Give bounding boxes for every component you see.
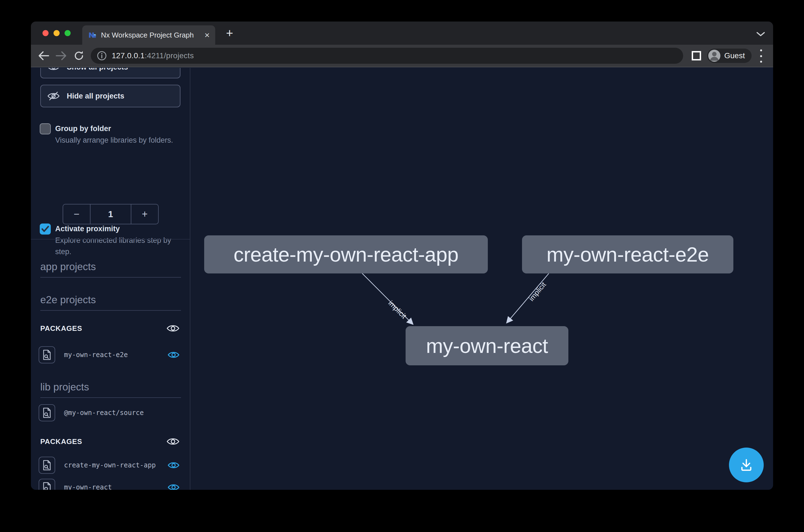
edge-my-own-react-e2e-to-my-own-react bbox=[506, 273, 549, 323]
list-item-my-own-react-source[interactable]: @my-own-react/source bbox=[39, 404, 181, 422]
project-details-button[interactable] bbox=[39, 346, 55, 363]
file-search-icon bbox=[42, 460, 51, 471]
project-details-button[interactable] bbox=[39, 457, 55, 474]
activate-proximity-label: Activate proximity bbox=[55, 223, 181, 235]
project-name: my-own-react bbox=[64, 483, 168, 490]
forward-button[interactable] bbox=[53, 45, 70, 67]
fullscreen-window-button[interactable] bbox=[64, 30, 71, 36]
e2e-projects-header: e2e projects bbox=[40, 294, 181, 311]
browser-toolbar: 127.0.0.1:4211/projects Guest bbox=[31, 45, 773, 67]
project-graph-canvas[interactable]: implicit implicit create-my-own-react-ap… bbox=[191, 68, 773, 490]
filters-sidebar: Show all projects Hide all projects Grou… bbox=[31, 68, 190, 490]
nx-logo-icon bbox=[88, 31, 97, 39]
tab-strip: Nx Workspace Project Graph × + bbox=[31, 21, 773, 45]
toggle-project-visibility-icon[interactable] bbox=[168, 461, 179, 469]
project-name: create-my-own-react-app bbox=[64, 461, 168, 469]
project-details-button[interactable] bbox=[39, 404, 55, 421]
eye-off-icon bbox=[47, 91, 60, 101]
project-name: my-own-react-e2e bbox=[64, 351, 168, 359]
list-item-my-own-react-e2e[interactable]: my-own-react-e2e bbox=[39, 346, 181, 364]
sidebar-divider bbox=[31, 239, 190, 240]
close-window-button[interactable] bbox=[42, 30, 49, 36]
tab-nx-workspace[interactable]: Nx Workspace Project Graph × bbox=[82, 25, 215, 45]
minimize-window-button[interactable] bbox=[54, 30, 60, 36]
url-bar[interactable]: 127.0.0.1:4211/projects bbox=[91, 48, 683, 64]
proximity-depth-value: 1 bbox=[90, 205, 131, 224]
packages-group-header: PACKAGES bbox=[40, 435, 181, 448]
toggle-packages-visibility-icon[interactable] bbox=[167, 324, 179, 333]
graph-node-my-own-react[interactable]: my-own-react bbox=[406, 326, 568, 365]
group-by-folder-checkbox[interactable] bbox=[40, 124, 51, 134]
check-icon bbox=[41, 226, 49, 232]
site-info-icon[interactable] bbox=[97, 51, 107, 61]
show-all-projects-label: Show all projects bbox=[67, 68, 128, 72]
file-search-icon bbox=[42, 482, 51, 490]
list-item-my-own-react[interactable]: my-own-react bbox=[39, 478, 181, 490]
toggle-project-visibility-icon[interactable] bbox=[168, 483, 179, 490]
chevron-down-icon[interactable] bbox=[756, 32, 765, 37]
toggle-project-visibility-icon[interactable] bbox=[168, 351, 179, 359]
lib-projects-header: lib projects bbox=[40, 381, 181, 398]
group-by-folder-option: Group by folder Visually arrange librari… bbox=[40, 122, 181, 146]
url-path: :4211/projects bbox=[145, 51, 194, 60]
browser-menu-icon[interactable] bbox=[759, 50, 763, 63]
list-item-create-my-own-react-app[interactable]: create-my-own-react-app bbox=[39, 456, 181, 474]
url-host: 127.0.0.1 bbox=[112, 51, 145, 60]
project-details-button[interactable] bbox=[39, 479, 55, 490]
hide-all-projects-button[interactable]: Hide all projects bbox=[40, 85, 180, 107]
graph-node-create-my-own-react-app[interactable]: create-my-own-react-app bbox=[204, 235, 488, 273]
increment-button[interactable]: + bbox=[131, 205, 158, 224]
download-graph-button[interactable] bbox=[729, 448, 764, 482]
profile-name: Guest bbox=[724, 51, 745, 60]
hide-all-projects-label: Hide all projects bbox=[67, 92, 125, 100]
tab-title: Nx Workspace Project Graph bbox=[101, 31, 200, 39]
eye-icon bbox=[47, 68, 60, 72]
file-search-icon bbox=[42, 349, 51, 360]
graph-edges bbox=[191, 68, 773, 490]
group-by-folder-description: Visually arrange libraries by folders. bbox=[55, 135, 184, 146]
profile-button[interactable]: Guest bbox=[707, 49, 751, 63]
app-projects-header: app projects bbox=[40, 261, 181, 278]
activate-proximity-option: Activate proximity Explore connected lib… bbox=[40, 223, 181, 258]
side-panel-icon[interactable] bbox=[692, 51, 701, 60]
show-all-projects-button[interactable]: Show all projects bbox=[40, 68, 180, 78]
group-by-folder-label: Group by folder bbox=[55, 122, 181, 135]
packages-group-header: PACKAGES bbox=[40, 322, 181, 335]
packages-label: PACKAGES bbox=[40, 324, 167, 333]
new-tab-button[interactable]: + bbox=[221, 21, 238, 45]
page-content: Show all projects Hide all projects Grou… bbox=[31, 68, 773, 490]
packages-label: PACKAGES bbox=[40, 437, 167, 446]
tab-close-icon[interactable]: × bbox=[205, 31, 210, 39]
decrement-button[interactable]: − bbox=[63, 205, 90, 224]
browser-window: Nx Workspace Project Graph × + bbox=[31, 21, 773, 490]
back-button[interactable] bbox=[35, 45, 53, 67]
graph-node-my-own-react-e2e[interactable]: my-own-react-e2e bbox=[522, 235, 733, 273]
toggle-packages-visibility-icon[interactable] bbox=[167, 437, 179, 446]
proximity-depth-stepper: − 1 + bbox=[63, 204, 159, 224]
activate-proximity-description: Explore connected libraries step by step… bbox=[55, 235, 184, 258]
file-search-icon bbox=[42, 407, 51, 418]
avatar bbox=[708, 50, 721, 62]
url-text: 127.0.0.1:4211/projects bbox=[112, 51, 194, 60]
activate-proximity-checkbox[interactable] bbox=[40, 224, 51, 234]
reload-button[interactable] bbox=[70, 45, 88, 67]
download-icon bbox=[738, 457, 754, 473]
project-name: @my-own-react/source bbox=[64, 409, 181, 417]
